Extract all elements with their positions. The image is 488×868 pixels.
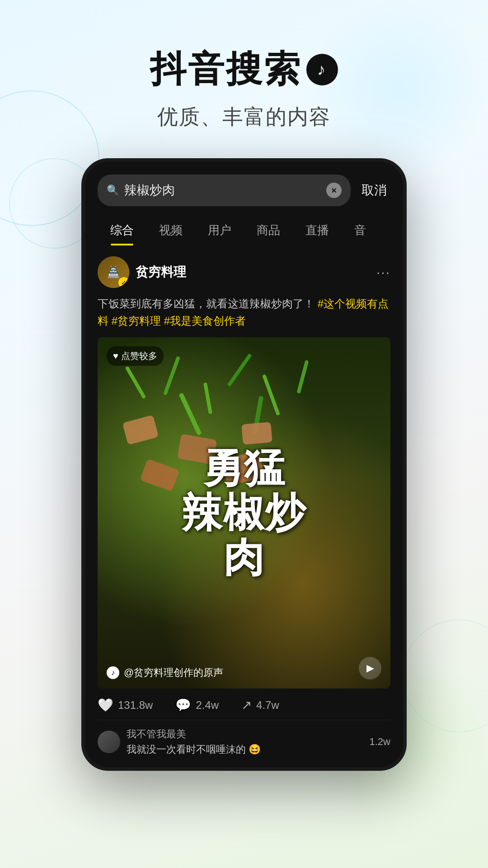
search-bar: 🔍 辣椒炒肉 × 取消 <box>98 175 390 206</box>
more-options-button[interactable]: ··· <box>376 264 390 280</box>
tab-音[interactable]: 音 <box>342 215 379 245</box>
video-badge: ♥ 点赞较多 <box>107 346 164 366</box>
video-text-overlay: 勇猛辣椒炒肉 <box>98 337 390 689</box>
video-calligraphy-text: 勇猛辣椒炒肉 <box>182 446 306 580</box>
subtitle-text: 优质、丰富的内容 <box>0 103 488 131</box>
clear-button[interactable]: × <box>326 183 342 198</box>
header: 抖音搜索 ♪ 优质、丰富的内容 <box>0 0 488 158</box>
share-icon: ↗ <box>241 698 252 712</box>
tab-商品[interactable]: 商品 <box>244 215 293 245</box>
like-button[interactable]: 🤍 131.8w <box>98 698 153 712</box>
heart-icon: ♥ <box>113 351 118 361</box>
avatar[interactable]: 🏯 ✓ <box>98 256 129 288</box>
title-text: 抖音搜索 <box>150 45 302 94</box>
search-icon: 🔍 <box>107 184 119 196</box>
main-title: 抖音搜索 ♪ <box>0 45 488 94</box>
comment-count: 2.4w <box>196 699 219 712</box>
video-source: ♪ @贫穷料理创作的原声 <box>107 666 223 679</box>
commenter-name: 我不管我最美 <box>127 727 363 741</box>
share-button[interactable]: ↗ 4.7w <box>241 698 279 712</box>
phone-mockup: 🔍 辣椒炒肉 × 取消 综合 视频 用户 商品 直播 音 <box>81 158 407 771</box>
tiktok-small-icon: ♪ <box>107 666 119 679</box>
tab-bar: 综合 视频 用户 商品 直播 音 <box>85 206 403 245</box>
search-input-wrapper[interactable]: 🔍 辣椒炒肉 × <box>98 175 351 206</box>
post-card: 🏯 ✓ 贫穷料理 ··· 下饭菜到底有多凶猛，就看这道辣椒炒肉了！ #这个视频有… <box>98 256 390 756</box>
interaction-bar: 🤍 131.8w 💬 2.4w ↗ 4.7w <box>98 689 390 720</box>
username[interactable]: 贫穷料理 <box>136 264 186 281</box>
search-area: 🔍 辣椒炒肉 × 取消 <box>85 162 403 206</box>
search-input[interactable]: 辣椒炒肉 <box>124 182 321 199</box>
post-header: 🏯 ✓ 贫穷料理 ··· <box>98 256 390 288</box>
phone-container: 🔍 辣椒炒肉 × 取消 综合 视频 用户 商品 直播 音 <box>0 158 488 771</box>
badge-text: 点赞较多 <box>121 350 157 362</box>
content-area: 🏯 ✓ 贫穷料理 ··· 下饭菜到底有多凶猛，就看这道辣椒炒肉了！ #这个视频有… <box>85 245 403 767</box>
tab-用户[interactable]: 用户 <box>195 215 244 245</box>
comment-text: 我就没一次看时不咽唾沫的 😆 <box>127 743 363 756</box>
tab-综合[interactable]: 综合 <box>98 215 146 245</box>
post-text: 下饭菜到底有多凶猛，就看这道辣椒炒肉了！ <box>98 297 314 310</box>
heart-icon: 🤍 <box>98 698 113 712</box>
tab-直播[interactable]: 直播 <box>293 215 342 245</box>
tiktok-logo-icon: ♪ <box>306 54 338 85</box>
comment-content: 我不管我最美 我就没一次看时不咽唾沫的 😆 <box>127 727 363 756</box>
tab-视频[interactable]: 视频 <box>146 215 195 245</box>
video-source-text: @贫穷料理创作的原声 <box>124 666 223 679</box>
comment-icon: 💬 <box>175 698 191 712</box>
share-count: 4.7w <box>256 699 279 712</box>
video-thumbnail[interactable]: 勇猛辣椒炒肉 ♥ 点赞较多 ♪ @贫穷料理创作的原声 ▶ <box>98 337 390 689</box>
user-info: 🏯 ✓ 贫穷料理 <box>98 256 186 288</box>
post-description: 下饭菜到底有多凶猛，就看这道辣椒炒肉了！ #这个视频有点料 #贫穷料理 #我是美… <box>98 295 390 330</box>
cancel-button[interactable]: 取消 <box>358 182 390 199</box>
like-count: 131.8w <box>118 699 153 712</box>
verified-badge: ✓ <box>118 277 129 288</box>
comment-like-count: 1.2w <box>370 736 390 748</box>
commenter-avatar <box>98 731 120 753</box>
comment-button[interactable]: 💬 2.4w <box>175 698 219 712</box>
comment-preview: 我不管我最美 我就没一次看时不咽唾沫的 😆 1.2w <box>98 720 390 756</box>
